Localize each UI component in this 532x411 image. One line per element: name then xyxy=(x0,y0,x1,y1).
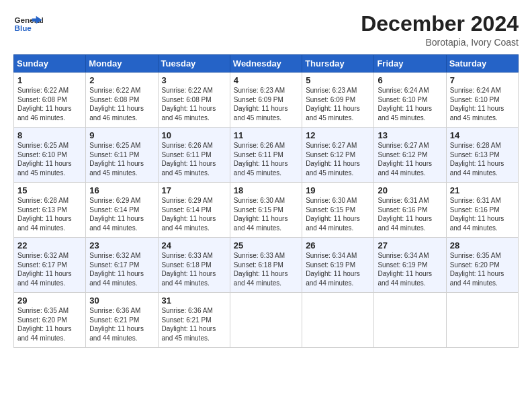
day-number: 31 xyxy=(162,295,226,306)
table-row: 25Sunrise: 6:33 AMSunset: 6:18 PMDayligh… xyxy=(230,238,302,293)
table-row: 4Sunrise: 6:23 AMSunset: 6:09 PMDaylight… xyxy=(230,73,302,128)
day-number: 2 xyxy=(89,75,154,85)
day-number: 30 xyxy=(89,295,154,306)
day-number: 20 xyxy=(378,185,442,195)
day-info: Sunrise: 6:23 AMSunset: 6:09 PMDaylight:… xyxy=(234,86,298,122)
day-number: 14 xyxy=(450,130,515,140)
col-friday: Friday xyxy=(374,55,446,73)
day-number: 13 xyxy=(378,130,442,140)
day-info: Sunrise: 6:29 AMSunset: 6:14 PMDaylight:… xyxy=(162,196,226,232)
table-row: 29Sunrise: 6:35 AMSunset: 6:20 PMDayligh… xyxy=(14,293,86,348)
day-number: 28 xyxy=(450,240,515,250)
table-row xyxy=(374,293,446,348)
page: General Blue December 2024 Borotapia, Iv… xyxy=(0,0,532,411)
day-info: Sunrise: 6:22 AMSunset: 6:08 PMDaylight:… xyxy=(162,86,226,122)
day-info: Sunrise: 6:24 AMSunset: 6:10 PMDaylight:… xyxy=(378,86,442,122)
table-row: 11Sunrise: 6:26 AMSunset: 6:11 PMDayligh… xyxy=(230,128,302,183)
day-info: Sunrise: 6:36 AMSunset: 6:21 PMDaylight:… xyxy=(162,306,226,342)
table-row: 16Sunrise: 6:29 AMSunset: 6:14 PMDayligh… xyxy=(86,183,158,238)
col-saturday: Saturday xyxy=(446,55,518,73)
day-number: 15 xyxy=(17,185,82,195)
day-number: 19 xyxy=(306,185,370,195)
day-number: 7 xyxy=(450,75,515,85)
table-row: 23Sunrise: 6:32 AMSunset: 6:17 PMDayligh… xyxy=(86,238,158,293)
day-number: 22 xyxy=(17,240,82,250)
day-info: Sunrise: 6:29 AMSunset: 6:14 PMDaylight:… xyxy=(89,196,154,232)
table-row: 8Sunrise: 6:25 AMSunset: 6:10 PMDaylight… xyxy=(14,128,86,183)
table-row: 20Sunrise: 6:31 AMSunset: 6:16 PMDayligh… xyxy=(374,183,446,238)
table-row: 1Sunrise: 6:22 AMSunset: 6:08 PMDaylight… xyxy=(14,73,86,128)
table-row: 27Sunrise: 6:34 AMSunset: 6:19 PMDayligh… xyxy=(374,238,446,293)
day-number: 5 xyxy=(306,75,370,85)
day-number: 27 xyxy=(378,240,442,250)
day-number: 18 xyxy=(234,185,298,195)
table-row: 2Sunrise: 6:22 AMSunset: 6:08 PMDaylight… xyxy=(86,73,158,128)
day-info: Sunrise: 6:23 AMSunset: 6:09 PMDaylight:… xyxy=(306,86,370,122)
col-wednesday: Wednesday xyxy=(230,55,302,73)
day-info: Sunrise: 6:27 AMSunset: 6:12 PMDaylight:… xyxy=(306,141,370,177)
table-row: 19Sunrise: 6:30 AMSunset: 6:15 PMDayligh… xyxy=(302,183,374,238)
table-row: 6Sunrise: 6:24 AMSunset: 6:10 PMDaylight… xyxy=(374,73,446,128)
day-info: Sunrise: 6:28 AMSunset: 6:13 PMDaylight:… xyxy=(17,196,82,232)
table-row xyxy=(230,293,302,348)
table-row: 24Sunrise: 6:33 AMSunset: 6:18 PMDayligh… xyxy=(158,238,230,293)
day-info: Sunrise: 6:26 AMSunset: 6:11 PMDaylight:… xyxy=(234,141,298,177)
day-number: 17 xyxy=(162,185,226,195)
day-number: 4 xyxy=(234,75,298,85)
day-number: 11 xyxy=(234,130,298,140)
table-row: 10Sunrise: 6:26 AMSunset: 6:11 PMDayligh… xyxy=(158,128,230,183)
month-title: December 2024 xyxy=(361,12,519,36)
day-info: Sunrise: 6:27 AMSunset: 6:12 PMDaylight:… xyxy=(378,141,442,177)
table-row: 15Sunrise: 6:28 AMSunset: 6:13 PMDayligh… xyxy=(14,183,86,238)
day-number: 6 xyxy=(378,75,442,85)
col-thursday: Thursday xyxy=(302,55,374,73)
day-info: Sunrise: 6:28 AMSunset: 6:13 PMDaylight:… xyxy=(450,141,515,177)
day-number: 16 xyxy=(89,185,154,195)
day-info: Sunrise: 6:25 AMSunset: 6:10 PMDaylight:… xyxy=(17,141,82,177)
table-row: 12Sunrise: 6:27 AMSunset: 6:12 PMDayligh… xyxy=(302,128,374,183)
calendar-table: Sunday Monday Tuesday Wednesday Thursday… xyxy=(13,54,519,348)
day-info: Sunrise: 6:34 AMSunset: 6:19 PMDaylight:… xyxy=(306,251,370,287)
table-row: 21Sunrise: 6:31 AMSunset: 6:16 PMDayligh… xyxy=(446,183,518,238)
day-number: 12 xyxy=(306,130,370,140)
day-number: 21 xyxy=(450,185,515,195)
day-info: Sunrise: 6:33 AMSunset: 6:18 PMDaylight:… xyxy=(162,251,226,287)
table-row: 17Sunrise: 6:29 AMSunset: 6:14 PMDayligh… xyxy=(158,183,230,238)
day-info: Sunrise: 6:25 AMSunset: 6:11 PMDaylight:… xyxy=(89,141,154,177)
day-number: 29 xyxy=(17,295,82,306)
table-row: 9Sunrise: 6:25 AMSunset: 6:11 PMDaylight… xyxy=(86,128,158,183)
day-number: 9 xyxy=(89,130,154,140)
table-row: 3Sunrise: 6:22 AMSunset: 6:08 PMDaylight… xyxy=(158,73,230,128)
col-monday: Monday xyxy=(86,55,158,73)
table-row: 28Sunrise: 6:35 AMSunset: 6:20 PMDayligh… xyxy=(446,238,518,293)
day-info: Sunrise: 6:30 AMSunset: 6:15 PMDaylight:… xyxy=(234,196,298,232)
header: General Blue December 2024 Borotapia, Iv… xyxy=(13,12,519,48)
table-row: 5Sunrise: 6:23 AMSunset: 6:09 PMDaylight… xyxy=(302,73,374,128)
day-info: Sunrise: 6:35 AMSunset: 6:20 PMDaylight:… xyxy=(450,251,515,287)
table-row xyxy=(302,293,374,348)
day-info: Sunrise: 6:22 AMSunset: 6:08 PMDaylight:… xyxy=(17,86,82,122)
day-info: Sunrise: 6:26 AMSunset: 6:11 PMDaylight:… xyxy=(162,141,226,177)
table-row: 13Sunrise: 6:27 AMSunset: 6:12 PMDayligh… xyxy=(374,128,446,183)
day-info: Sunrise: 6:34 AMSunset: 6:19 PMDaylight:… xyxy=(378,251,442,287)
day-number: 26 xyxy=(306,240,370,250)
day-number: 10 xyxy=(162,130,226,140)
table-row: 18Sunrise: 6:30 AMSunset: 6:15 PMDayligh… xyxy=(230,183,302,238)
day-info: Sunrise: 6:30 AMSunset: 6:15 PMDaylight:… xyxy=(306,196,370,232)
day-number: 1 xyxy=(17,75,82,85)
day-info: Sunrise: 6:32 AMSunset: 6:17 PMDaylight:… xyxy=(89,251,154,287)
day-info: Sunrise: 6:22 AMSunset: 6:08 PMDaylight:… xyxy=(89,86,154,122)
subtitle: Borotapia, Ivory Coast xyxy=(361,37,519,48)
day-number: 24 xyxy=(162,240,226,250)
table-row: 26Sunrise: 6:34 AMSunset: 6:19 PMDayligh… xyxy=(302,238,374,293)
day-info: Sunrise: 6:24 AMSunset: 6:10 PMDaylight:… xyxy=(450,86,515,122)
day-info: Sunrise: 6:31 AMSunset: 6:16 PMDaylight:… xyxy=(450,196,515,232)
day-info: Sunrise: 6:31 AMSunset: 6:16 PMDaylight:… xyxy=(378,196,442,232)
col-tuesday: Tuesday xyxy=(158,55,230,73)
logo-icon: General Blue xyxy=(13,12,43,38)
title-block: December 2024 Borotapia, Ivory Coast xyxy=(361,12,519,48)
day-number: 3 xyxy=(162,75,226,85)
col-sunday: Sunday xyxy=(14,55,86,73)
day-number: 8 xyxy=(17,130,82,140)
day-info: Sunrise: 6:35 AMSunset: 6:20 PMDaylight:… xyxy=(17,306,82,342)
